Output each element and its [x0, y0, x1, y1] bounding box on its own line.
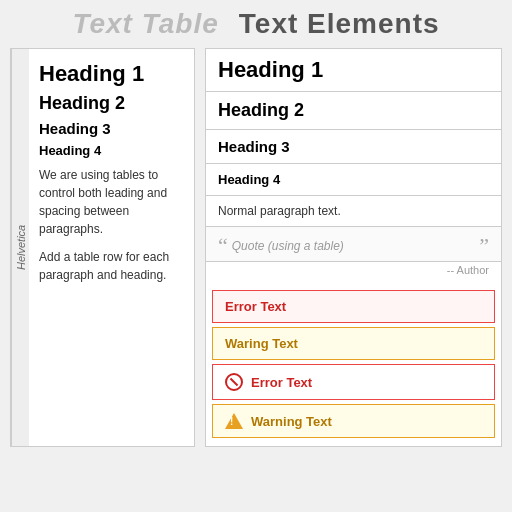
right-h3: Heading 3 — [206, 130, 501, 164]
warning-text-row: Waring Text — [212, 327, 495, 360]
warning-icon-row: Warning Text — [212, 404, 495, 438]
left-para2: Add a table row for each paragraph and h… — [39, 248, 180, 284]
quote-close-mark: ” — [479, 235, 489, 257]
left-h3: Heading 3 — [39, 120, 180, 137]
page-header: Text Table Text Elements — [0, 0, 512, 48]
status-rows: Error Text Waring Text Error Text Warnin… — [206, 282, 501, 446]
left-h4: Heading 4 — [39, 143, 180, 158]
error-icon — [225, 373, 243, 391]
left-content: Heading 1 Heading 2 Heading 3 Heading 4 … — [39, 61, 180, 284]
quote-open-mark: “ — [218, 235, 228, 257]
warning-icon-text: Warning Text — [251, 414, 332, 429]
left-h2: Heading 2 — [39, 93, 180, 114]
quote-row: “ Quote (using a table) ” — [206, 227, 501, 262]
quote-inner: “ Quote (using a table) ” — [218, 235, 489, 257]
left-h1: Heading 1 — [39, 61, 180, 87]
right-para: Normal paragraph text. — [206, 196, 501, 227]
error-icon-row: Error Text — [212, 364, 495, 400]
right-h1: Heading 1 — [206, 49, 501, 92]
left-panel: Helvetica Heading 1 Heading 2 Heading 3 … — [10, 48, 195, 447]
font-label: Helvetica — [11, 49, 29, 446]
right-h2: Heading 2 — [206, 92, 501, 130]
right-panel: Heading 1 Heading 2 Heading 3 Heading 4 … — [205, 48, 502, 447]
error-icon-text: Error Text — [251, 375, 312, 390]
quote-text: Quote (using a table) — [232, 235, 475, 253]
error-text-row: Error Text — [212, 290, 495, 323]
main-content: Helvetica Heading 1 Heading 2 Heading 3 … — [0, 48, 512, 457]
title-left: Text Table — [72, 8, 218, 40]
warning-icon — [225, 413, 243, 429]
left-para1: We are using tables to control both lead… — [39, 166, 180, 238]
title-right: Text Elements — [239, 8, 440, 40]
quote-author: -- Author — [206, 262, 501, 282]
right-h4: Heading 4 — [206, 164, 501, 196]
